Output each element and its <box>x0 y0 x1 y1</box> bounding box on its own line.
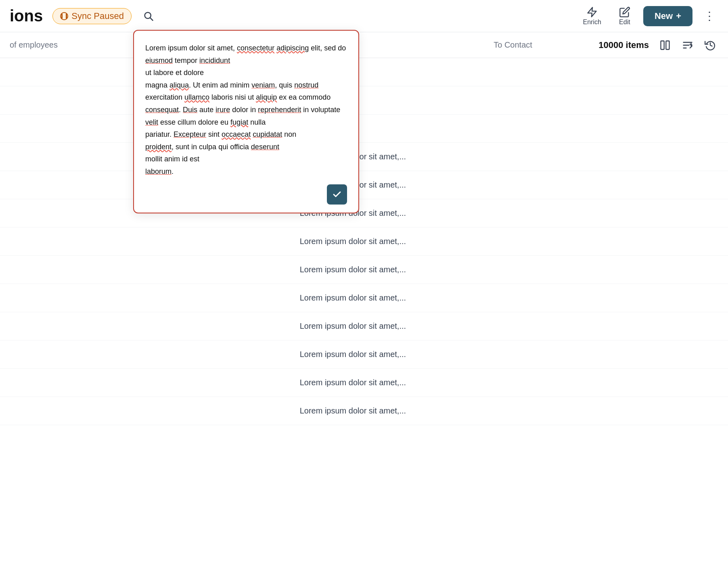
toolbar: of employees To Contact 10000 items <box>0 32 728 58</box>
new-plus-icon: + <box>676 11 681 21</box>
underline-text-incididunt: incididunt <box>199 56 230 65</box>
enrich-icon <box>586 6 598 18</box>
underline-text-consequat: consequat <box>145 106 179 114</box>
row-main-cell: Lorem ipsum dolor sit amet,... <box>292 293 718 303</box>
row-main-cell: Lorem ipsum dolor sit amet,... <box>292 237 718 246</box>
row-main-cell: Lorem ipsum dolor sit amet,... <box>292 350 718 359</box>
underline-text-veniam: veniam <box>251 81 275 89</box>
edit-label: Edit <box>619 19 630 26</box>
underline-text-proident: proident <box>145 143 172 151</box>
enrich-button[interactable]: Enrich <box>578 4 606 28</box>
table-row: Lorem ipsum dolor sit amet,... <box>0 171 728 199</box>
history-icon <box>705 40 716 51</box>
underline-text-excepteur: Excepteur <box>174 130 206 138</box>
underline-text-aliqua: aliqua <box>169 81 189 89</box>
underline-text-adipiscing: adipiscing <box>276 44 309 52</box>
sort-icon <box>682 40 693 51</box>
row-main-cell: Lorem ipsum dolor sit amet,... <box>292 265 718 274</box>
more-dots-icon: ⋮ <box>704 10 715 22</box>
confirm-button[interactable] <box>327 184 347 205</box>
popup-footer <box>145 184 347 205</box>
svg-rect-4 <box>666 41 669 49</box>
table-row: Lorem ipsum dolor sit amet,... <box>0 228 728 256</box>
underline-text-fugiat: fugiat <box>230 118 248 126</box>
new-label: New <box>655 11 673 21</box>
underline-text-reprehenderit: reprehenderit <box>258 106 301 114</box>
table-row: Lorem ipsum dolor sit amet,... <box>0 256 728 284</box>
underline-text-consectetur: consectetur <box>237 44 274 52</box>
svg-rect-3 <box>661 41 664 49</box>
popup-text-content: Lorem ipsum dolor sit amet, consectetur … <box>145 42 347 178</box>
underline-text-cupidatat: cupidatat <box>253 130 282 138</box>
main-content: valid Lorem ipsum dolor sit amet,... Lor… <box>0 58 728 425</box>
svg-line-1 <box>150 18 153 20</box>
col-contact-header: To Contact <box>494 40 598 50</box>
underline-text-irure: irure <box>215 106 230 114</box>
edit-button[interactable]: Edit <box>614 4 635 28</box>
search-icon <box>143 10 154 22</box>
row-main-cell: Lorem ipsum dolor sit amet,... <box>292 378 718 387</box>
underline-text-nostrud: nostrud <box>294 81 318 89</box>
table-row: Lorem ipsum dolor sit amet,... <box>0 397 728 425</box>
new-button[interactable]: New + <box>643 6 692 26</box>
toolbar-icons <box>657 37 718 53</box>
sync-paused-label: Sync Paused <box>71 11 124 21</box>
svg-marker-2 <box>588 7 596 17</box>
text-edit-popup[interactable]: Lorem ipsum dolor sit amet, consectetur … <box>133 30 359 213</box>
checkmark-icon <box>332 190 342 199</box>
underline-text-occaecat: occaecat <box>222 130 251 138</box>
table-row: valid <box>0 115 728 143</box>
underline-text-duis: Duis <box>183 106 197 114</box>
enrich-label: Enrich <box>583 19 601 26</box>
search-button[interactable] <box>140 7 157 25</box>
table-row: Lorem ipsum dolor sit amet,... <box>0 143 728 171</box>
table-row: Lorem ipsum dolor sit amet,... <box>0 199 728 228</box>
underline-text-laborum: laborum <box>145 167 172 175</box>
pause-icon <box>60 12 68 20</box>
sync-paused-badge: Sync Paused <box>52 8 132 24</box>
underline-text-deserunt: deserunt <box>251 143 279 151</box>
app-title: ions <box>10 7 43 25</box>
items-count: 10000 items <box>598 40 649 50</box>
sort-button[interactable] <box>680 37 696 53</box>
columns-layout-button[interactable] <box>657 37 673 53</box>
edit-icon <box>619 6 630 18</box>
row-main-cell: Lorem ipsum dolor sit amet,... <box>292 406 718 416</box>
table-row: Lorem ipsum dolor sit amet,... <box>0 284 728 312</box>
underline-text-aliquip: aliquip <box>256 93 277 101</box>
table-row: Lorem ipsum dolor sit amet,... <box>0 312 728 340</box>
columns-icon <box>659 40 671 51</box>
table-row: Lorem ipsum dolor sit amet,... <box>0 369 728 397</box>
header-actions: Enrich Edit New + ⋮ <box>578 4 718 28</box>
history-button[interactable] <box>702 37 718 53</box>
app-header: ions Sync Paused Enrich Edit New + <box>0 0 728 32</box>
table-row <box>0 58 728 86</box>
table-row <box>0 86 728 115</box>
row-main-cell: Lorem ipsum dolor sit amet,... <box>292 322 718 331</box>
underline-text-velit: velit <box>145 118 158 126</box>
underline-text-ullamco: ullamco <box>184 93 209 101</box>
more-options-button[interactable]: ⋮ <box>701 8 718 24</box>
table-row: Lorem ipsum dolor sit amet,... <box>0 340 728 369</box>
underline-text-eiusmod: eiusmod <box>145 56 173 65</box>
